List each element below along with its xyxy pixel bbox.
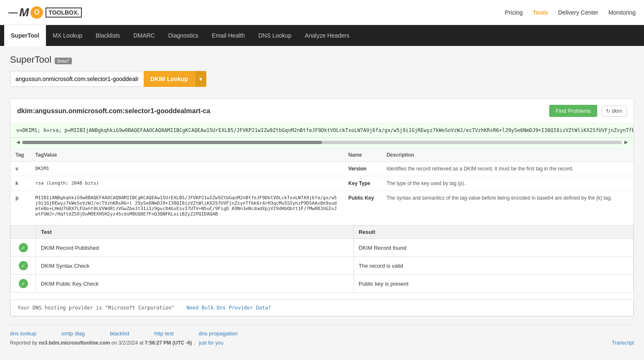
nav-item-analyze-headers[interactable]: Analyze Headers bbox=[298, 25, 356, 46]
tag-table-row: pMIIBIjANBgkqhkiG9w0BAQEFAAOCAQ8AMIIBCgK… bbox=[10, 191, 634, 221]
just-for-you-link[interactable]: just for you bbox=[199, 340, 223, 346]
find-problems-button[interactable]: Find Problems bbox=[549, 105, 598, 117]
logo-m: M bbox=[19, 6, 29, 19]
search-input[interactable] bbox=[10, 71, 144, 87]
scrollbar-thumb[interactable] bbox=[22, 141, 322, 144]
test-result-cell: Public key is present bbox=[353, 275, 633, 293]
raw-record-wrap: v=DKIM1; k=rsa; p=MIIBIjANBgkqhkiG9w0BAQ… bbox=[10, 123, 634, 138]
test-row: ✓DKIM Record PublishedDKIM Record found bbox=[11, 239, 634, 257]
top-nav-links: Pricing Tools Delivery Center Monitoring bbox=[505, 9, 636, 16]
tag-table-header-row: Tag TagValue Name Description bbox=[10, 149, 634, 162]
tag-cell-tag: k bbox=[10, 176, 30, 191]
tests-col-test: Test bbox=[36, 226, 354, 239]
logo-dash: — bbox=[8, 7, 18, 18]
page-title: SuperTool bbox=[10, 54, 51, 65]
reported-time: 7:56:27 PM (UTC -6) bbox=[145, 340, 192, 346]
record-section: dkim:angussun.onmicrosoft.com:selector1-… bbox=[10, 99, 634, 317]
tag-cell-value: MIIBIjANBgkqhkiG9w0BAQEFAAOCAQ8AMIIBCgKC… bbox=[30, 191, 343, 221]
tag-cell-value: DKIM1 bbox=[30, 162, 343, 176]
tag-cell-description: The syntax and semantics of the tag valu… bbox=[381, 191, 634, 221]
scrollbar-row: ◀ ▶ bbox=[16, 139, 628, 145]
test-result-cell: DKIM Record found bbox=[353, 239, 633, 257]
transcript-link[interactable]: Transcript bbox=[612, 340, 634, 346]
bottom-link-smtp-diag[interactable]: smtp diag bbox=[61, 330, 85, 337]
tests-table: Test Result ✓DKIM Record PublishedDKIM R… bbox=[10, 225, 634, 293]
scrollbar-area: ◀ ▶ bbox=[10, 138, 634, 149]
bottom-link-dns-lookup[interactable]: dns lookup bbox=[10, 330, 36, 337]
scroll-right-arrow[interactable]: ▶ bbox=[624, 139, 628, 145]
tag-cell-tag: p bbox=[10, 191, 30, 221]
scroll-left-arrow[interactable]: ◀ bbox=[16, 139, 20, 145]
record-actions: Find Problems ↻ dkim bbox=[549, 105, 627, 117]
lookup-dropdown-button[interactable]: ▾ bbox=[195, 71, 206, 87]
bulk-dns-link[interactable]: Need Bulk Dns Provider Data? bbox=[187, 305, 271, 311]
tag-cell-name: Public Key bbox=[343, 191, 381, 221]
test-icon-cell: ✓ bbox=[11, 257, 36, 275]
dns-info-bar: Your DNS hosting provider is "Microsoft … bbox=[10, 299, 634, 316]
test-name-cell: DKIM Record Published bbox=[36, 239, 354, 257]
test-icon-cell: ✓ bbox=[11, 239, 36, 257]
nav-item-diagnostics[interactable]: Diagnostics bbox=[162, 25, 205, 46]
nav-link-tools[interactable]: Tools bbox=[533, 9, 548, 16]
scrollbar-track bbox=[22, 141, 622, 144]
bottom-link-dns-propagation[interactable]: dns propagation bbox=[199, 330, 238, 337]
top-nav: — M O TOOLBOX. Pricing Tools Delivery Ce… bbox=[0, 0, 644, 25]
nav-item-dns-lookup[interactable]: DNS Lookup bbox=[251, 25, 298, 46]
col-header-description: Description bbox=[381, 149, 634, 162]
tag-table-row: krsa (Length: 2048 bits)Key TypeThe type… bbox=[10, 176, 634, 191]
tests-col-result: Result bbox=[353, 226, 633, 239]
logo-area: — M O TOOLBOX. bbox=[8, 6, 82, 19]
nav-item-blacklists[interactable]: Blacklists bbox=[89, 25, 127, 46]
logo-box: — M O TOOLBOX. bbox=[8, 6, 82, 19]
bottom-link-blacklist[interactable]: blacklist bbox=[110, 330, 129, 337]
tests-col-icon bbox=[11, 226, 36, 239]
col-header-tag: Tag bbox=[10, 149, 30, 162]
tag-cell-tag: v bbox=[10, 162, 30, 176]
tag-table-row: vDKIM1VersionIdentifies the record retri… bbox=[10, 162, 634, 176]
logo-circle-icon: O bbox=[30, 6, 43, 19]
nav-item-supertool[interactable]: SuperTool bbox=[4, 25, 46, 46]
tests-section: Test Result ✓DKIM Record PublishedDKIM R… bbox=[10, 225, 634, 293]
tag-cell-description: The type of the key used by tag (p). bbox=[381, 176, 634, 191]
col-header-name: Name bbox=[343, 149, 381, 162]
tag-cell-value: rsa (Length: 2048 bits) bbox=[30, 176, 343, 191]
nav-item-mx-lookup[interactable]: MX Lookup bbox=[46, 25, 89, 46]
col-header-tagvalue: TagValue bbox=[30, 149, 343, 162]
nav-item-dmarc[interactable]: DMARC bbox=[127, 25, 161, 46]
bottom-link-http-test[interactable]: http test bbox=[155, 330, 174, 337]
tag-table: Tag TagValue Name Description vDKIM1Vers… bbox=[10, 149, 634, 221]
test-row: ✓DKIM Syntax CheckThe record is valid bbox=[11, 257, 634, 275]
nav-link-pricing[interactable]: Pricing bbox=[505, 9, 523, 16]
test-row: ✓DKIM Public Key CheckPublic key is pres… bbox=[11, 275, 634, 293]
main-nav: SuperTool MX Lookup Blacklists DMARC Dia… bbox=[0, 25, 644, 46]
reported-line: Reported by ns3.bdm.microsoftonline.com … bbox=[10, 338, 634, 347]
lookup-button[interactable]: DKIM Lookup bbox=[144, 71, 195, 87]
test-name-cell: DKIM Public Key Check bbox=[36, 275, 354, 293]
test-name-cell: DKIM Syntax Check bbox=[36, 257, 354, 275]
dns-info-text: Your DNS hosting provider is "Microsoft … bbox=[18, 305, 175, 311]
test-result-cell: The record is valid bbox=[353, 257, 633, 275]
bottom-links: dns lookup smtp diag blacklist http test… bbox=[10, 325, 634, 338]
nav-link-delivery[interactable]: Delivery Center bbox=[558, 9, 598, 16]
page-title-row: SuperTool Beta7 bbox=[10, 54, 634, 65]
tag-cell-name: Key Type bbox=[343, 176, 381, 191]
check-icon: ✓ bbox=[19, 261, 28, 270]
logo-toolbox-text: TOOLBOX. bbox=[46, 8, 82, 18]
tests-header-row: Test Result bbox=[11, 226, 634, 239]
reload-button[interactable]: ↻ dkim bbox=[601, 106, 627, 117]
check-icon: ✓ bbox=[19, 279, 28, 288]
reported-text: Reported by ns3.bdm.microsoftonline.com … bbox=[10, 340, 223, 346]
beta-badge: Beta7 bbox=[55, 58, 72, 64]
nav-link-monitoring[interactable]: Monitoring bbox=[609, 9, 636, 16]
reported-server: ns3.bdm.microsoftonline.com bbox=[39, 340, 110, 346]
search-row: DKIM Lookup ▾ bbox=[10, 71, 634, 87]
test-icon-cell: ✓ bbox=[11, 275, 36, 293]
tag-cell-name: Version bbox=[343, 162, 381, 176]
raw-record-text: v=DKIM1; k=rsa; p=MIIBIjANBgkqhkiG9w0BAQ… bbox=[16, 127, 628, 133]
tag-cell-description: Identifies the record retrieved as a DKI… bbox=[381, 162, 634, 176]
record-title: dkim:angussun.onmicrosoft.com:selector1-… bbox=[17, 107, 210, 115]
page-content: SuperTool Beta7 DKIM Lookup ▾ dkim:angus… bbox=[0, 46, 644, 360]
record-header: dkim:angussun.onmicrosoft.com:selector1-… bbox=[10, 99, 634, 123]
nav-item-email-health[interactable]: Email Health bbox=[205, 25, 251, 46]
check-icon: ✓ bbox=[19, 243, 28, 252]
